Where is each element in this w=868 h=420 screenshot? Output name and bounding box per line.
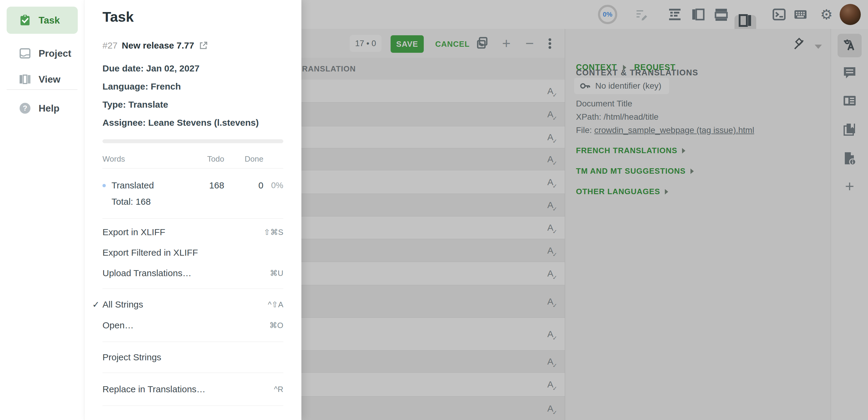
duplicate-translation-icon[interactable] bbox=[475, 36, 490, 51]
tab-context[interactable]: CONTEXT bbox=[576, 63, 617, 72]
translated-dot-icon bbox=[102, 184, 106, 187]
task-due-date: Due date: Jan 02, 2027 bbox=[102, 63, 199, 73]
top-bottom-mode-icon[interactable] bbox=[714, 7, 728, 22]
cancel-button[interactable]: CANCEL bbox=[433, 35, 471, 53]
key-pill-label: No identifier (key) bbox=[595, 81, 661, 91]
approve-translation-icon[interactable]: A✓ bbox=[547, 330, 553, 338]
task-name: New release 7.77 bbox=[122, 40, 194, 51]
context-expand-triangle-icon bbox=[623, 65, 626, 70]
string-counter-badge: 17 • 0 bbox=[350, 35, 381, 52]
approve-translation-icon[interactable]: A✓ bbox=[547, 297, 553, 306]
more-options-kebab-icon[interactable] bbox=[542, 36, 557, 51]
sidebar-item-view[interactable]: View bbox=[7, 66, 78, 93]
check-icon: ✓ bbox=[92, 299, 99, 310]
task-clipboard-icon bbox=[18, 14, 32, 27]
menu-all-strings[interactable]: ✓ All Strings^⇧A bbox=[102, 294, 283, 315]
approve-translation-icon[interactable]: A✓ bbox=[547, 155, 553, 164]
crowdin-editor: 0% bbox=[0, 0, 868, 420]
comfortable-mode-icon[interactable] bbox=[668, 7, 682, 22]
settings-gear-icon[interactable]: ⚙ bbox=[819, 7, 834, 22]
multilingual-mode-icon[interactable] bbox=[738, 13, 752, 28]
comments-icon[interactable] bbox=[842, 65, 857, 80]
words-table-row: Translated 168 0 0% bbox=[102, 180, 283, 191]
console-icon[interactable] bbox=[772, 7, 786, 22]
divider bbox=[102, 289, 283, 289]
terms-book-icon[interactable] bbox=[842, 122, 857, 137]
approve-translation-icon[interactable]: A✓ bbox=[547, 178, 553, 187]
task-dropdown-panel: Task #27 New release 7.77 Due date: Jan … bbox=[84, 0, 301, 420]
chevron-down-icon[interactable] bbox=[815, 44, 822, 49]
document-title-label: Document Title bbox=[576, 99, 632, 109]
sidebar-item-help[interactable]: ? Help bbox=[7, 95, 78, 122]
approve-translation-icon[interactable]: A✓ bbox=[547, 246, 553, 255]
approve-translation-icon[interactable]: A✓ bbox=[547, 133, 553, 142]
words-total: Total: 168 bbox=[102, 197, 283, 207]
identifier-key-pill[interactable]: No identifier (key) bbox=[574, 78, 669, 94]
file-link[interactable]: crowdin_sample_webpage (tag issue).html bbox=[594, 125, 754, 135]
file-label: File: bbox=[576, 125, 592, 135]
section-other-languages[interactable]: OTHER LANGUAGES bbox=[576, 187, 668, 196]
translated-todo: 168 bbox=[191, 180, 224, 190]
sidebar-item-task[interactable]: Task bbox=[7, 7, 78, 34]
context-news-icon[interactable] bbox=[842, 93, 857, 108]
menu-export-filtered-xliff[interactable]: Export Filtered in XLIFF bbox=[102, 242, 283, 263]
right-icon-strip: + bbox=[831, 29, 868, 420]
approve-translation-icon[interactable]: A✓ bbox=[547, 110, 553, 119]
approve-translation-icon[interactable]: A✓ bbox=[547, 380, 553, 389]
unpin-icon[interactable] bbox=[792, 37, 806, 52]
tab-request[interactable]: REQUEST bbox=[634, 63, 676, 72]
menu-upload-translations[interactable]: Upload Translations…⌘U bbox=[102, 263, 283, 283]
divider bbox=[102, 341, 283, 342]
key-icon bbox=[579, 80, 591, 92]
menu-open[interactable]: Open…⌘O bbox=[102, 315, 283, 336]
translation-progress-ring[interactable]: 0% bbox=[598, 5, 617, 24]
translated-done: 0 bbox=[224, 180, 264, 190]
task-language: Language: French bbox=[102, 82, 181, 92]
menu-export-xliff[interactable]: Export in XLIFF⇧⌘S bbox=[102, 222, 283, 242]
keyboard-shortcuts-icon[interactable] bbox=[793, 7, 808, 22]
approve-translation-icon[interactable]: A✓ bbox=[547, 357, 553, 366]
sidebar-divider bbox=[7, 89, 78, 90]
divider bbox=[102, 168, 283, 169]
section-tm-mt-suggestions[interactable]: TM AND MT SUGGESTIONS bbox=[576, 167, 694, 176]
help-icon: ? bbox=[18, 102, 32, 115]
approve-translation-icon[interactable]: A✓ bbox=[547, 201, 553, 210]
minus-icon[interactable]: − bbox=[522, 36, 537, 51]
approve-translation-icon[interactable]: A✓ bbox=[547, 223, 553, 232]
approve-translation-icon[interactable]: A✓ bbox=[547, 87, 553, 96]
side-by-side-mode-icon[interactable] bbox=[691, 7, 705, 22]
translated-percent: 0% bbox=[264, 181, 283, 190]
sidebar-item-label: View bbox=[38, 74, 60, 85]
xpath-label: XPath: /html/head/title bbox=[576, 112, 658, 122]
approve-translation-icon[interactable]: A✓ bbox=[547, 404, 553, 413]
sidebar-item-project[interactable]: Project bbox=[7, 40, 78, 67]
save-button[interactable]: SAVE bbox=[391, 35, 424, 53]
file-line: File: crowdin_sample_webpage (tag issue)… bbox=[576, 125, 754, 135]
add-panel-icon[interactable]: + bbox=[845, 180, 854, 193]
words-total-row: Total: 168 bbox=[102, 196, 283, 207]
context-translations-panel: CONTEXT & TRANSLATIONS CONTEXT REQUEST bbox=[565, 29, 831, 420]
words-table-header: Words Todo Done bbox=[102, 154, 283, 164]
translations-icon[interactable] bbox=[842, 38, 857, 53]
sidebar-item-label: Help bbox=[38, 103, 59, 114]
task-assignee: Assignee: Leane Stevens (l.stevens) bbox=[102, 118, 259, 128]
file-info-icon[interactable] bbox=[842, 151, 857, 166]
sidebar-item-label: Task bbox=[38, 15, 60, 26]
sidebar-item-label: Project bbox=[38, 48, 71, 59]
section-french-translations[interactable]: FRENCH TRANSLATIONS bbox=[576, 146, 685, 155]
view-columns-icon bbox=[18, 73, 32, 86]
menu-replace-in-translations[interactable]: Replace in Translations…^R bbox=[102, 379, 283, 399]
external-link-icon[interactable] bbox=[199, 41, 208, 50]
divider bbox=[102, 406, 283, 406]
user-avatar[interactable] bbox=[840, 4, 861, 25]
translated-label: Translated bbox=[112, 180, 154, 190]
edit-strings-icon[interactable] bbox=[634, 7, 649, 22]
project-icon bbox=[18, 47, 32, 60]
approve-translation-icon[interactable]: A✓ bbox=[547, 269, 553, 278]
left-sidebar: Task Project View bbox=[0, 0, 84, 420]
task-progress-bar bbox=[102, 139, 283, 143]
menu-project-strings[interactable]: Project Strings bbox=[102, 347, 283, 367]
panel-title: Task bbox=[102, 8, 134, 25]
plus-icon[interactable]: + bbox=[499, 36, 514, 51]
svg-text:?: ? bbox=[23, 104, 27, 112]
